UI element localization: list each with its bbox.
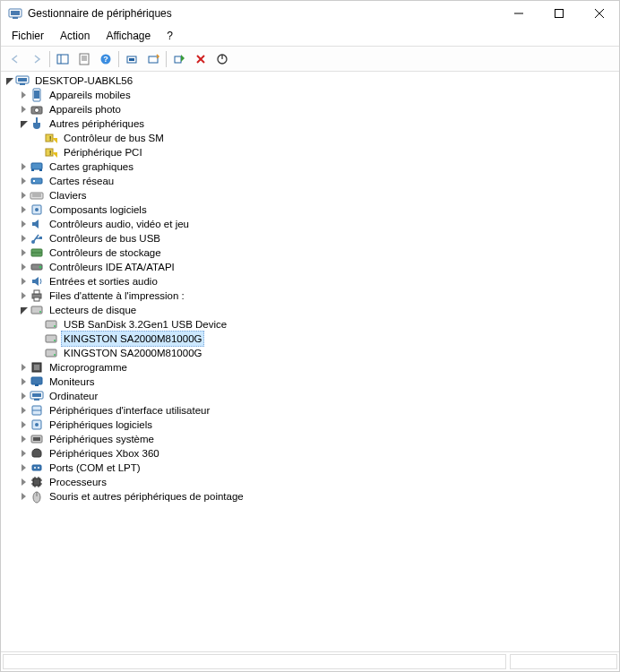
svg-rect-75 <box>32 465 41 470</box>
expander-icon[interactable] <box>17 404 30 417</box>
category-mouse[interactable]: Souris et autres périphériques de pointa… <box>1 489 619 504</box>
disk-drive-icon <box>44 317 58 332</box>
category-label: Claviers <box>47 188 90 202</box>
expander-icon[interactable] <box>17 490 30 503</box>
expander-icon[interactable] <box>17 418 30 431</box>
expander-icon[interactable] <box>17 189 30 202</box>
category-ports[interactable]: Ports (COM et LPT) <box>1 461 619 475</box>
menu-file[interactable]: Fichier <box>4 28 51 44</box>
warning-device-icon: ! <box>44 131 58 145</box>
expander-icon[interactable] <box>17 275 30 288</box>
svg-rect-38 <box>31 178 42 184</box>
category-audio[interactable]: Contrôleurs audio, vidéo et jeu <box>1 217 619 231</box>
expander-icon[interactable] <box>17 390 30 402</box>
expander-icon[interactable] <box>17 476 30 488</box>
svg-point-55 <box>39 311 41 313</box>
expander-icon[interactable] <box>17 261 30 273</box>
category-network[interactable]: Cartes réseau <box>1 174 619 188</box>
back-button[interactable] <box>4 49 26 69</box>
minimize-button[interactable] <box>498 1 538 26</box>
category-usb[interactable]: Contrôleurs de bus USB <box>1 231 619 246</box>
category-keyboard[interactable]: Claviers <box>1 188 619 202</box>
storage-controller-icon <box>30 246 44 260</box>
svg-rect-27 <box>34 90 39 99</box>
expander-icon[interactable] <box>17 175 30 187</box>
device-tree[interactable]: DESKTOP-UABKL56 Appareils mobiles Appare… <box>1 72 619 651</box>
svg-rect-16 <box>129 58 134 61</box>
category-audio-io[interactable]: Entrées et sorties audio <box>1 274 619 289</box>
category-computer[interactable]: Ordinateur <box>1 389 619 403</box>
category-sysdev[interactable]: Périphériques système <box>1 432 619 446</box>
uninstall-device-button[interactable] <box>190 49 211 69</box>
category-display[interactable]: Cartes graphiques <box>1 159 619 174</box>
device-pci[interactable]: ! Périphérique PCI <box>1 145 619 159</box>
svg-rect-64 <box>31 377 42 384</box>
category-cpu[interactable]: Processeurs <box>1 475 619 489</box>
category-softdev[interactable]: Périphériques logiciels <box>1 418 619 432</box>
expander-icon[interactable] <box>17 160 30 173</box>
svg-point-76 <box>34 467 36 469</box>
expander-icon[interactable] <box>17 447 30 460</box>
expander-icon[interactable] <box>17 232 30 245</box>
close-button[interactable] <box>579 1 619 26</box>
disable-device-button[interactable] <box>211 49 233 69</box>
update-driver-button[interactable] <box>121 49 142 69</box>
menu-help[interactable]: ? <box>159 28 180 44</box>
menu-view[interactable]: Affichage <box>99 28 158 44</box>
help-button[interactable]: ? <box>95 49 116 69</box>
device-disk-kingston-1[interactable]: KINGSTON SA2000M81000G <box>1 332 619 346</box>
category-hid[interactable]: Périphériques d'interface utilisateur <box>1 403 619 418</box>
category-label: Périphériques système <box>47 432 157 446</box>
disk-drive-icon <box>30 303 44 317</box>
category-label: Souris et autres périphériques de pointa… <box>47 489 246 504</box>
tree-root[interactable]: DESKTOP-UABKL56 <box>1 73 619 88</box>
category-label: Ports (COM et LPT) <box>47 461 143 475</box>
menu-action[interactable]: Action <box>53 28 97 44</box>
expander-icon[interactable] <box>3 74 15 87</box>
device-disk-usb[interactable]: USB SanDisk 3.2Gen1 USB Device <box>1 317 619 332</box>
svg-rect-2 <box>13 17 18 19</box>
category-other[interactable]: Autres périphériques <box>1 116 619 131</box>
mouse-icon <box>30 489 44 504</box>
expander-icon[interactable] <box>17 218 30 230</box>
expander-icon[interactable] <box>17 246 30 259</box>
category-label: Contrôleurs IDE ATA/ATAPI <box>47 260 177 274</box>
category-printqueue[interactable]: Files d'attente à l'impression : <box>1 289 619 303</box>
category-software[interactable]: Composants logiciels <box>1 202 619 217</box>
svg-rect-1 <box>11 11 20 15</box>
expander-icon[interactable] <box>17 89 30 101</box>
expander-icon[interactable] <box>17 203 30 216</box>
enable-device-button[interactable] <box>168 49 190 69</box>
maximize-button[interactable] <box>538 1 579 26</box>
processor-icon <box>30 475 44 489</box>
expander-icon[interactable] <box>17 461 30 474</box>
category-disk[interactable]: Lecteurs de disque <box>1 303 619 317</box>
category-storage[interactable]: Contrôleurs de stockage <box>1 246 619 260</box>
expander-icon[interactable] <box>17 103 30 116</box>
category-firmware[interactable]: Microprogramme <box>1 360 619 375</box>
device-disk-kingston-2[interactable]: KINGSTON SA2000M81000G <box>1 346 619 360</box>
expander-icon[interactable] <box>17 361 30 374</box>
svg-rect-37 <box>39 169 42 171</box>
expander-icon[interactable] <box>17 433 30 445</box>
xbox-icon <box>30 446 44 461</box>
category-label: Contrôleurs de bus USB <box>47 231 163 246</box>
expander-icon[interactable] <box>17 117 30 130</box>
show-hide-console-button[interactable] <box>52 49 73 69</box>
usb-icon <box>30 231 44 246</box>
category-xbox[interactable]: Périphériques Xbox 360 <box>1 446 619 461</box>
category-monitor[interactable]: Moniteurs <box>1 375 619 389</box>
device-smbus[interactable]: ! Contrôleur de bus SM <box>1 131 619 145</box>
expander-icon[interactable] <box>17 289 30 302</box>
properties-button[interactable] <box>73 49 95 69</box>
category-camera[interactable]: Appareils photo <box>1 102 619 116</box>
category-ide[interactable]: Contrôleurs IDE ATA/ATAPI <box>1 260 619 274</box>
category-mobile[interactable]: Appareils mobiles <box>1 88 619 102</box>
expander-icon[interactable] <box>17 375 30 388</box>
forward-button[interactable] <box>26 49 47 69</box>
scan-hardware-button[interactable] <box>142 49 164 69</box>
window-controls <box>498 1 619 26</box>
svg-rect-67 <box>32 393 41 397</box>
statusbar-cell <box>3 654 506 669</box>
expander-icon[interactable] <box>17 304 30 316</box>
